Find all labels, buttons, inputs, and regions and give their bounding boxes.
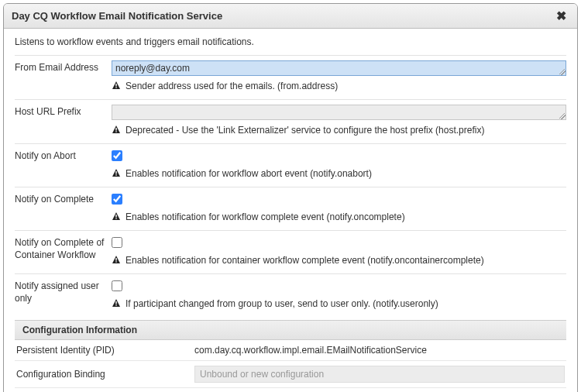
notify-useronly-hint: If participant changed from group to use… — [112, 298, 566, 309]
svg-rect-9 — [115, 261, 116, 262]
pid-row: Persistent Identity (PID) com.day.cq.wor… — [15, 340, 566, 361]
dialog-description: Listens to workflow events and triggers … — [15, 36, 566, 47]
close-icon[interactable]: ✖ — [553, 9, 569, 23]
field-notify-container: Notify on Complete of Container Workflow… — [15, 230, 566, 273]
pid-label: Persistent Identity (PID) — [16, 345, 194, 356]
host-prefix-hint: Deprecated - Use the 'Link Externalizer'… — [112, 125, 566, 136]
notify-abort-checkbox[interactable] — [112, 150, 122, 161]
pid-value: com.day.cq.workflow.impl.email.EMailNoti… — [194, 345, 565, 356]
warning-icon — [112, 255, 121, 264]
host-prefix-hint-text: Deprecated - Use the 'Link Externalizer'… — [125, 125, 484, 136]
notify-complete-checkbox[interactable] — [112, 194, 122, 205]
notify-abort-hint: Enables notification for workflow abort … — [112, 168, 566, 179]
svg-rect-7 — [115, 218, 116, 218]
notify-abort-label: Notify on Abort — [15, 149, 112, 179]
svg-rect-6 — [115, 215, 116, 218]
fields-group: From Email Address Sender address used f… — [15, 55, 566, 317]
field-notify-useronly: Notify assigned user only If participant… — [15, 273, 566, 317]
field-notify-complete: Notify on Complete Enables notification … — [15, 187, 566, 230]
svg-rect-2 — [115, 128, 116, 131]
svg-rect-11 — [115, 304, 116, 305]
config-info-heading: Configuration Information — [15, 320, 566, 340]
field-host-prefix: Host URL Prefix Deprecated - Use the 'Li… — [15, 99, 566, 143]
svg-rect-5 — [115, 174, 116, 175]
warning-icon — [112, 168, 121, 177]
notify-container-label: Notify on Complete of Container Workflow — [15, 236, 112, 266]
notify-container-hint-text: Enables notification for container workf… — [125, 255, 484, 266]
svg-rect-8 — [115, 258, 116, 261]
warning-icon — [112, 211, 121, 221]
notify-useronly-checkbox[interactable] — [112, 280, 122, 291]
from-email-input-wrap — [112, 60, 566, 76]
svg-rect-3 — [115, 131, 116, 132]
titlebar: Day CQ Workflow Email Notification Servi… — [4, 4, 577, 29]
host-prefix-label: Host URL Prefix — [15, 105, 112, 136]
field-from-email: From Email Address Sender address used f… — [15, 55, 566, 99]
warning-icon — [112, 125, 121, 134]
field-notify-abort: Notify on Abort Enables notification for… — [15, 143, 566, 187]
host-prefix-input[interactable] — [112, 105, 566, 120]
notify-useronly-hint-text: If participant changed from group to use… — [125, 298, 438, 309]
button-bar: Cancel Reset Delete Unbind Save — [15, 388, 566, 392]
svg-rect-4 — [115, 171, 116, 174]
dialog-body: Listens to workflow events and triggers … — [4, 29, 577, 392]
svg-rect-1 — [115, 87, 116, 88]
svg-rect-10 — [115, 301, 116, 304]
dialog-title: Day CQ Workflow Email Notification Servi… — [12, 10, 222, 22]
binding-label: Configuration Binding — [16, 369, 194, 380]
from-email-hint: Sender address used for the emails. (fro… — [112, 81, 566, 91]
notify-complete-label: Notify on Complete — [15, 192, 112, 222]
from-email-label: From Email Address — [15, 60, 112, 91]
from-email-hint-text: Sender address used for the emails. (fro… — [125, 81, 338, 91]
config-dialog: Day CQ Workflow Email Notification Servi… — [3, 3, 578, 392]
notify-container-hint: Enables notification for container workf… — [112, 255, 566, 266]
notify-complete-hint: Enables notification for workflow comple… — [112, 211, 566, 222]
notify-complete-hint-text: Enables notification for workflow comple… — [125, 211, 405, 222]
notify-useronly-label: Notify assigned user only — [15, 279, 112, 309]
binding-value: Unbound or new configuration — [194, 366, 565, 383]
warning-icon — [112, 81, 121, 90]
svg-rect-0 — [115, 84, 116, 87]
from-email-input[interactable] — [112, 60, 566, 76]
binding-row: Configuration Binding Unbound or new con… — [15, 361, 566, 388]
notify-container-checkbox[interactable] — [112, 237, 122, 248]
host-prefix-input-wrap — [112, 105, 566, 120]
notify-abort-hint-text: Enables notification for workflow abort … — [125, 168, 372, 179]
warning-icon — [112, 298, 121, 308]
